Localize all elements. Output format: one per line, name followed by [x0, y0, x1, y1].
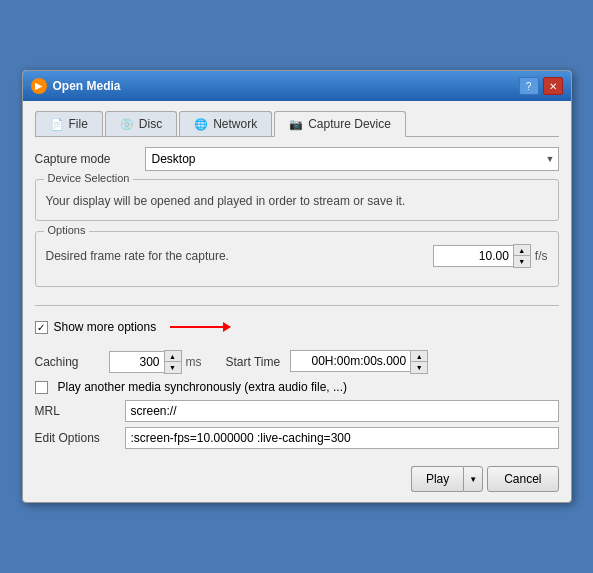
frame-rate-input[interactable] [433, 245, 513, 267]
close-button[interactable]: ✕ [543, 77, 563, 95]
mrl-input[interactable] [125, 400, 559, 422]
tab-file-label: File [69, 117, 88, 131]
tab-network-label: Network [213, 117, 257, 131]
frame-rate-unit: f/s [535, 247, 548, 265]
tab-file[interactable]: 📄 File [35, 111, 103, 136]
caching-label: Caching [35, 355, 105, 369]
edit-options-label: Edit Options [35, 431, 125, 445]
caching-unit: ms [186, 355, 202, 369]
start-time-input[interactable] [290, 350, 410, 372]
show-more-checkbox[interactable]: ✓ [35, 321, 48, 334]
start-time-wrapper: ▲ ▼ [290, 350, 558, 374]
start-time-label: Start Time [226, 355, 281, 369]
show-more-label: Show more options [54, 320, 157, 334]
frame-rate-spinbox: ▲ ▼ f/s [433, 244, 548, 268]
start-time-spinbox-buttons: ▲ ▼ [410, 350, 428, 374]
frame-rate-spinbox-buttons: ▲ ▼ [513, 244, 531, 268]
mrl-label: MRL [35, 404, 125, 418]
caching-spinbox-buttons: ▲ ▼ [164, 350, 182, 374]
start-time-down-button[interactable]: ▼ [411, 362, 427, 373]
network-icon: 🌐 [194, 118, 208, 131]
device-selection-message: Your display will be opened and played i… [46, 192, 548, 210]
sync-row: Play another media synchronously (extra … [35, 380, 559, 394]
tab-bar: 📄 File 💿 Disc 🌐 Network 📷 Capture Device [35, 111, 559, 137]
capture-icon: 📷 [289, 118, 303, 131]
sync-label: Play another media synchronously (extra … [58, 380, 347, 394]
edit-options-row: Edit Options [35, 427, 559, 449]
show-more-row: ✓ Show more options [35, 314, 559, 340]
play-button-group: Play ▼ [411, 466, 483, 492]
capture-mode-label: Capture mode [35, 152, 145, 166]
arrow-indicator [170, 326, 230, 328]
sync-checkbox[interactable] [35, 381, 48, 394]
caching-spinbox: ▲ ▼ ms [109, 350, 202, 374]
tab-disc[interactable]: 💿 Disc [105, 111, 177, 136]
capture-mode-row: Capture mode Desktop DirectShow TV - dig… [35, 147, 559, 171]
frame-rate-down-button[interactable]: ▼ [514, 256, 530, 267]
capture-mode-control: Desktop DirectShow TV - digital TV - ana… [145, 147, 559, 171]
red-arrow [170, 326, 230, 328]
play-dropdown-arrow[interactable]: ▼ [463, 466, 483, 492]
edit-options-input[interactable] [125, 427, 559, 449]
device-selection-title: Device Selection [44, 172, 134, 184]
frame-rate-up-button[interactable]: ▲ [514, 245, 530, 256]
caching-row: Caching ▲ ▼ ms Start Time ▲ ▼ [35, 350, 559, 374]
capture-mode-select[interactable]: Desktop DirectShow TV - digital TV - ana… [145, 147, 559, 171]
extended-options: Caching ▲ ▼ ms Start Time ▲ ▼ [35, 346, 559, 458]
play-cancel-row: Play ▼ Cancel [35, 466, 559, 492]
caching-input[interactable] [109, 351, 164, 373]
frame-rate-row: Desired frame rate for the capture. ▲ ▼ … [46, 244, 548, 268]
device-selection-group: Device Selection Your display will be op… [35, 179, 559, 221]
vlc-icon: ▶ [31, 78, 47, 94]
options-group-content: Desired frame rate for the capture. ▲ ▼ … [46, 240, 548, 268]
cancel-button[interactable]: Cancel [487, 466, 558, 492]
caching-up-button[interactable]: ▲ [165, 351, 181, 362]
mrl-row: MRL [35, 400, 559, 422]
title-bar-buttons: ? ✕ [519, 77, 563, 95]
tab-capture-device[interactable]: 📷 Capture Device [274, 111, 406, 137]
play-button[interactable]: Play [411, 466, 463, 492]
tab-disc-label: Disc [139, 117, 162, 131]
dialog-title: Open Media [53, 79, 121, 93]
open-media-dialog: ▶ Open Media ? ✕ 📄 File 💿 Disc 🌐 Network [22, 70, 572, 503]
title-bar-left: ▶ Open Media [31, 78, 121, 94]
capture-mode-select-wrapper: Desktop DirectShow TV - digital TV - ana… [145, 147, 559, 171]
disc-icon: 💿 [120, 118, 134, 131]
device-selection-content: Your display will be opened and played i… [46, 188, 548, 210]
options-group: Options Desired frame rate for the captu… [35, 231, 559, 287]
tab-capture-label: Capture Device [308, 117, 391, 131]
start-time-up-button[interactable]: ▲ [411, 351, 427, 362]
help-button[interactable]: ? [519, 77, 539, 95]
frame-rate-label: Desired frame rate for the capture. [46, 247, 433, 265]
divider [35, 305, 559, 306]
tab-network[interactable]: 🌐 Network [179, 111, 272, 136]
dialog-body: 📄 File 💿 Disc 🌐 Network 📷 Capture Device… [23, 101, 571, 502]
options-group-title: Options [44, 224, 90, 236]
caching-down-button[interactable]: ▼ [165, 362, 181, 373]
file-icon: 📄 [50, 118, 64, 131]
title-bar: ▶ Open Media ? ✕ [23, 71, 571, 101]
